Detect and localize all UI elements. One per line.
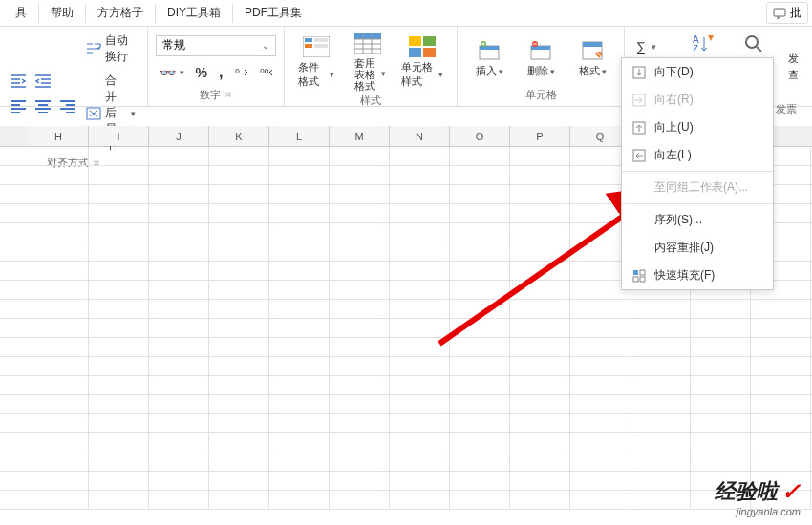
arrow-right-icon: [631, 93, 647, 108]
cond-format-icon: [301, 35, 331, 58]
tab-tools-partial[interactable]: 具: [4, 0, 38, 26]
fill-left-item[interactable]: 向左(L): [622, 141, 773, 169]
col-header[interactable]: K: [209, 126, 269, 146]
col-header[interactable]: I: [89, 126, 149, 146]
invoice-button-partial[interactable]: 发 查: [781, 50, 804, 84]
svg-rect-17: [409, 48, 421, 57]
chevron-down-icon: ⌄: [262, 40, 269, 51]
col-header[interactable]: O: [450, 126, 510, 146]
svg-rect-7: [314, 38, 328, 42]
svg-text:Z: Z: [693, 44, 698, 54]
conditional-format-button[interactable]: 条件格式▾: [292, 33, 340, 91]
number-format-combo[interactable]: 常规 ⌄: [156, 35, 277, 56]
svg-rect-36: [640, 270, 645, 275]
fill-rearrange-item[interactable]: 内容重排(J): [622, 234, 773, 262]
tab-ffgz[interactable]: 方方格子: [86, 0, 155, 26]
merge-icon: [86, 107, 101, 120]
align-left-icon[interactable]: [8, 95, 29, 116]
fill-flash-item[interactable]: 快速填充(F): [622, 262, 773, 289]
svg-rect-10: [354, 39, 381, 54]
comma-button[interactable]: ,: [215, 62, 226, 83]
fill-group-item: 至同组工作表(A)...: [622, 174, 773, 201]
svg-point-30: [746, 36, 758, 48]
fill-dropdown-menu: 向下(D) 向右(R) 向上(U) 向左(L) 至同组工作表(A)... 序列(…: [621, 57, 774, 290]
insert-icon: [474, 39, 504, 62]
svg-rect-9: [354, 33, 381, 39]
svg-rect-6: [305, 44, 312, 48]
fill-up-item[interactable]: 向上(U): [622, 114, 773, 141]
flash-fill-icon: [631, 268, 647, 284]
wrap-icon: [86, 42, 101, 55]
decrease-decimal-icon[interactable]: .00: [255, 62, 276, 83]
cell-styles-icon: [407, 35, 438, 58]
indent-increase-icon[interactable]: [32, 71, 53, 92]
fill-series-item[interactable]: 序列(S)...: [622, 206, 773, 234]
align-center-icon[interactable]: [32, 95, 53, 116]
svg-rect-37: [633, 277, 638, 282]
format-button[interactable]: 格式▾: [568, 37, 616, 80]
watermark: 经验啦 ✓ jingyanla.com: [715, 477, 801, 517]
batch-button[interactable]: 批: [766, 2, 808, 24]
increase-decimal-icon[interactable]: .0: [230, 62, 251, 83]
svg-rect-26: [583, 42, 602, 47]
col-header[interactable]: P: [510, 126, 570, 146]
currency-icon: 👓: [160, 65, 176, 80]
search-icon: [738, 32, 769, 55]
svg-rect-0: [774, 9, 785, 16]
svg-rect-8: [314, 44, 328, 48]
svg-text:.00: .00: [258, 67, 269, 75]
svg-rect-18: [423, 48, 436, 57]
svg-text:.0: .0: [233, 67, 240, 75]
group-alignment: 自动换行 合并后居中 ▾ 对齐方式⤭: [0, 27, 148, 106]
caret-down-icon: ▾: [131, 109, 136, 118]
svg-rect-15: [409, 36, 421, 46]
tab-pdf[interactable]: PDF工具集: [233, 0, 313, 26]
align-right-icon[interactable]: [57, 95, 78, 116]
delete-button[interactable]: 删除▾: [517, 37, 565, 80]
group-styles: 条件格式▾ 套用 表格格式▾ 单元格样式▾ 样式: [285, 27, 458, 106]
svg-rect-16: [423, 36, 436, 46]
autosum-button[interactable]: ∑▾: [632, 37, 660, 56]
table-format-icon: [353, 32, 383, 55]
percent-button[interactable]: %: [192, 63, 211, 82]
svg-rect-35: [633, 270, 638, 275]
tab-diy[interactable]: DIY工具箱: [156, 0, 232, 26]
format-table-button[interactable]: 套用 表格格式▾: [344, 31, 392, 94]
dialog-launcher-icon[interactable]: ⤭: [224, 90, 232, 99]
col-header[interactable]: M: [330, 126, 390, 146]
check-icon: ✓: [781, 478, 801, 505]
col-header[interactable]: N: [390, 126, 450, 146]
sort-filter-icon: AZ: [687, 32, 717, 55]
svg-rect-38: [640, 277, 645, 282]
group-cells: 插入▾ 删除▾ 格式▾ 单元格: [458, 27, 625, 106]
tab-help[interactable]: 帮助: [39, 0, 85, 26]
group-number: 常规 ⌄ 👓▾ % , .0 .00 数字⤭: [148, 27, 286, 106]
wrap-text-button[interactable]: 自动换行: [82, 31, 139, 67]
delete-icon: [525, 39, 556, 62]
col-header[interactable]: L: [269, 126, 330, 146]
indent-decrease-icon[interactable]: [8, 71, 29, 92]
comment-icon: [773, 7, 786, 20]
arrow-left-icon: [631, 148, 647, 163]
arrow-up-icon: [631, 120, 647, 136]
cell-styles-button[interactable]: 单元格样式▾: [395, 33, 449, 91]
fill-down-item[interactable]: 向下(D): [622, 58, 773, 86]
format-icon: [577, 39, 608, 62]
col-header[interactable]: H: [29, 126, 89, 146]
tab-bar: 具 帮助 方方格子 DIY工具箱 PDF工具集 批: [0, 0, 812, 27]
col-header[interactable]: J: [149, 126, 209, 146]
currency-button[interactable]: 👓▾: [156, 63, 188, 82]
insert-button[interactable]: 插入▾: [465, 37, 513, 80]
svg-rect-5: [305, 38, 312, 42]
arrow-down-icon: [631, 65, 647, 80]
fill-right-item: 向右(R): [622, 86, 773, 114]
